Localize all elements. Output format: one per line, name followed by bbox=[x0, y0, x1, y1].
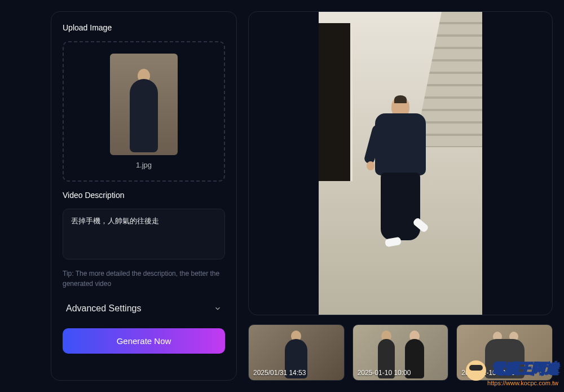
description-label: Video Description bbox=[63, 191, 225, 200]
history-item[interactable]: 2025-01-10 09:30 bbox=[456, 324, 553, 381]
history-item[interactable]: 2025-01-10 10:00 bbox=[352, 324, 449, 381]
uploaded-filename: 1.jpg bbox=[136, 161, 152, 169]
history-item[interactable]: 2025/01/31 14:53 bbox=[248, 324, 345, 381]
advanced-settings-label: Advanced Settings bbox=[66, 303, 141, 314]
upload-label: Upload Image bbox=[63, 23, 225, 32]
description-input[interactable] bbox=[63, 209, 225, 259]
history-thumbnails: 2025/01/31 14:53 2025-01-10 10:00 2025-0… bbox=[248, 324, 553, 381]
advanced-settings-toggle[interactable]: Advanced Settings bbox=[63, 298, 225, 319]
preview-panel: 2025/01/31 14:53 2025-01-10 10:00 2025-0… bbox=[248, 11, 553, 381]
history-timestamp: 2025/01/31 14:53 bbox=[253, 369, 306, 377]
uploaded-thumbnail bbox=[110, 54, 178, 155]
description-tip: Tip: The more detailed the description, … bbox=[63, 268, 225, 289]
chevron-down-icon bbox=[214, 305, 222, 312]
history-timestamp: 2025-01-10 09:30 bbox=[461, 369, 515, 377]
generated-video-frame bbox=[319, 12, 482, 315]
generate-button[interactable]: Generate Now bbox=[63, 328, 225, 354]
main-preview[interactable] bbox=[248, 11, 553, 315]
history-timestamp: 2025-01-10 10:00 bbox=[358, 369, 411, 377]
settings-panel: Upload Image 1.jpg Video Description Tip… bbox=[51, 11, 237, 381]
upload-dropzone[interactable]: 1.jpg bbox=[63, 41, 225, 182]
